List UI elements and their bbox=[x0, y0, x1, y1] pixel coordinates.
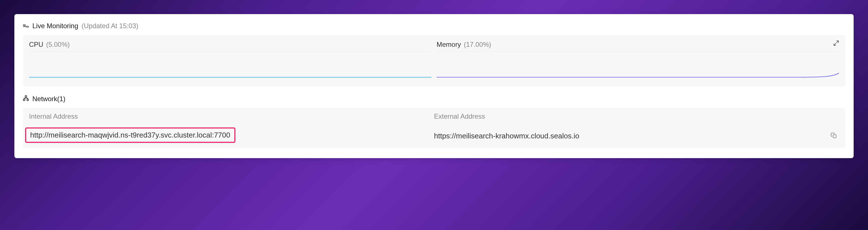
monitoring-card: Live Monitoring (Updated At 15:03) CPU (… bbox=[14, 14, 854, 158]
svg-rect-1 bbox=[27, 26, 28, 27]
monitoring-header: Live Monitoring (Updated At 15:03) bbox=[23, 22, 845, 30]
network-table-head: Internal Address External Address bbox=[23, 108, 845, 125]
monitoring-updated: (Updated At 15:03) bbox=[82, 22, 138, 30]
memory-label-row: Memory (17.00%) bbox=[437, 40, 839, 52]
copy-button[interactable] bbox=[829, 131, 839, 142]
cpu-value: (5.00%) bbox=[46, 40, 70, 49]
network-header: Network(1) bbox=[23, 95, 845, 103]
network-table: Internal Address External Address http:/… bbox=[23, 108, 845, 148]
internal-address-cell: http://meilisearch-maqwjvid.ns-t9red37y.… bbox=[29, 129, 434, 143]
memory-metric: Memory (17.00%) bbox=[437, 40, 839, 79]
expand-button[interactable] bbox=[832, 39, 840, 47]
cpu-title: CPU bbox=[29, 40, 43, 49]
external-address-header: External Address bbox=[434, 112, 839, 120]
memory-title: Memory bbox=[437, 40, 461, 49]
external-address-value[interactable]: https://meilisearch-krahowmx.cloud.sealo… bbox=[434, 132, 579, 140]
memory-value: (17.00%) bbox=[464, 40, 491, 49]
internal-address-header: Internal Address bbox=[29, 112, 434, 120]
internal-address-value[interactable]: http://meilisearch-maqwjvid.ns-t9red37y.… bbox=[30, 131, 230, 139]
network-title: Network(1) bbox=[32, 95, 65, 103]
expand-icon bbox=[833, 40, 839, 47]
cpu-chart bbox=[29, 53, 431, 79]
network-table-row: http://meilisearch-maqwjvid.ns-t9red37y.… bbox=[23, 125, 845, 148]
svg-rect-0 bbox=[23, 25, 25, 26]
activity-icon bbox=[23, 23, 29, 29]
metrics-panel: CPU (5.00%) Memory (17.00%) bbox=[23, 35, 845, 87]
svg-rect-5 bbox=[833, 135, 836, 138]
internal-address-highlight: http://meilisearch-maqwjvid.ns-t9red37y.… bbox=[25, 127, 236, 143]
cpu-chart-line bbox=[29, 77, 431, 78]
network-icon bbox=[23, 95, 29, 103]
memory-chart-line bbox=[437, 70, 839, 79]
external-address-cell: https://meilisearch-krahowmx.cloud.sealo… bbox=[434, 131, 839, 142]
copy-icon bbox=[831, 132, 837, 140]
memory-chart bbox=[437, 53, 839, 79]
cpu-label-row: CPU (5.00%) bbox=[29, 40, 431, 52]
cpu-metric: CPU (5.00%) bbox=[29, 40, 431, 79]
monitoring-title: Live Monitoring bbox=[32, 22, 78, 30]
